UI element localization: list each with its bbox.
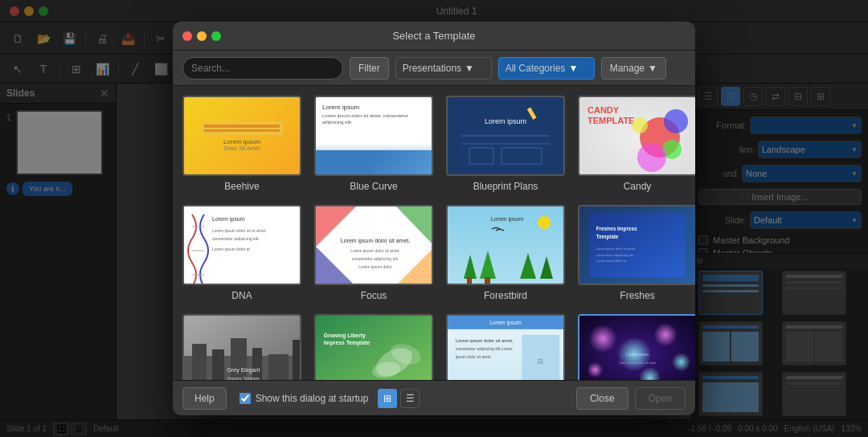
template-inspiration-thumb: Lorem ipsum Lorem ipsum dolor sit amet, … xyxy=(446,314,565,380)
show-startup-checkbox[interactable] xyxy=(240,393,251,404)
template-row-2: Lorem ipsum Lorem ipsum dolor sit er ame… xyxy=(182,205,686,301)
template-freshes-label: Freshes xyxy=(620,290,654,301)
svg-rect-53 xyxy=(268,354,289,380)
template-candy-label: Candy xyxy=(624,181,652,192)
svg-text:Lorem ipsum dolor: Lorem ipsum dolor xyxy=(358,264,392,269)
svg-text:Lorem ipsum: Lorem ipsum xyxy=(485,117,526,125)
svg-text:Growing Liberty: Growing Liberty xyxy=(324,333,366,339)
svg-text:Lorem ipsum dolor et: Lorem ipsum dolor et xyxy=(596,259,627,263)
template-lights[interactable]: Lorem ipsum Lorem ipsum dolor sit amet L… xyxy=(578,314,695,380)
view-mode-toggle: ⊞ ☰ xyxy=(378,389,420,408)
svg-rect-51 xyxy=(231,338,247,380)
svg-rect-50 xyxy=(212,349,224,380)
template-focus-label: Focus xyxy=(361,290,387,301)
svg-rect-39 xyxy=(485,277,490,285)
template-row-1: Lorem ipsum Dolor Sit Amet Beehive Lorem… xyxy=(182,96,686,192)
svg-text:consectetur adipiscing elit.: consectetur adipiscing elit. xyxy=(352,256,399,261)
template-beehive-thumb: Lorem ipsum Dolor Sit Amet xyxy=(182,96,301,176)
template-lights-thumb: Lorem ipsum Lorem ipsum dolor sit amet xyxy=(578,314,695,380)
svg-point-75 xyxy=(672,353,690,371)
template-bluecurve[interactable]: Lorem ipsum Lorem ipsum dolor sit amet, … xyxy=(314,96,433,192)
grid-view-icon: ⊞ xyxy=(383,393,391,404)
svg-text:Impress Template: Impress Template xyxy=(324,340,371,346)
categories-dropdown[interactable]: All Categories ▼ xyxy=(498,57,595,80)
growingliberty-svg: Growing Liberty Impress Template xyxy=(316,314,432,380)
open-button[interactable]: Open xyxy=(635,387,686,410)
template-dna-label: DNA xyxy=(231,290,252,301)
candy-svg: CANDY TEMPLATE xyxy=(579,97,695,176)
template-bluecurve-thumb: Lorem ipsum Lorem ipsum dolor sit amet, … xyxy=(314,96,433,176)
svg-point-74 xyxy=(653,323,677,346)
template-grid: Lorem ipsum Dolor Sit Amet Beehive Lorem… xyxy=(173,86,695,380)
svg-point-11 xyxy=(664,109,688,133)
focus-preview: Lorem ipsum dolor sit amet, Lorem ipsum … xyxy=(316,206,432,284)
svg-rect-49 xyxy=(192,344,207,380)
modal-minimize-button[interactable] xyxy=(197,31,207,41)
template-dna[interactable]: Lorem ipsum Lorem ipsum dolor sit er ame… xyxy=(182,205,301,301)
template-blueprint[interactable]: Lorem ipsum Blueprint Plans xyxy=(446,96,565,192)
svg-point-40 xyxy=(538,216,551,229)
template-focus[interactable]: Lorem ipsum dolor sit amet, Lorem ipsum … xyxy=(314,205,433,301)
inspiration-svg: Lorem ipsum Lorem ipsum dolor sit amet, … xyxy=(448,314,563,380)
filter-button[interactable]: Filter xyxy=(350,57,389,80)
template-growingliberty[interactable]: Growing Liberty Impress Template Growing… xyxy=(314,314,433,380)
presentations-dropdown[interactable]: Presentations ▼ xyxy=(395,57,492,80)
template-freshes[interactable]: Freshes Impress Template Lorem ipsum dol… xyxy=(578,205,695,301)
svg-rect-41 xyxy=(590,213,685,277)
lights-preview: Lorem ipsum Lorem ipsum dolor sit amet xyxy=(579,316,695,380)
modal-footer: Help Show this dialog at startup ⊞ ☰ Clo… xyxy=(173,380,695,415)
forestbird-svg: Lorem ipsum xyxy=(448,206,565,285)
search-input[interactable] xyxy=(182,57,343,80)
svg-point-13 xyxy=(637,143,666,172)
template-candy[interactable]: CANDY TEMPLATE Candy xyxy=(578,96,695,192)
template-greyelegant[interactable]: Grey Elegant Impress Template Grey Elega… xyxy=(182,314,301,380)
modal-maximize-button[interactable] xyxy=(211,31,221,41)
svg-text:ipsum dolor sit amet: ipsum dolor sit amet xyxy=(456,355,491,359)
grid-view-button[interactable]: ⊞ xyxy=(378,389,397,408)
svg-rect-54 xyxy=(293,340,301,380)
template-dialog: Select a Template Filter Presentations ▼… xyxy=(173,22,695,415)
svg-rect-38 xyxy=(467,277,472,285)
dna-svg: Lorem ipsum Lorem ipsum dolor sit er ame… xyxy=(184,206,301,285)
svg-point-76 xyxy=(588,362,603,378)
bluecurve-preview: Lorem ipsum Lorem ipsum dolor sit amet, … xyxy=(316,97,432,174)
forestbird-preview: Lorem ipsum xyxy=(448,206,563,284)
svg-text:Lorem ipsum: Lorem ipsum xyxy=(212,216,245,223)
svg-text:Freshes Impress: Freshes Impress xyxy=(596,226,637,232)
modal-toolbar: Filter Presentations ▼ All Categories ▼ … xyxy=(173,51,695,86)
svg-text:Lorem ipsum: Lorem ipsum xyxy=(626,353,649,357)
template-growingliberty-thumb: Growing Liberty Impress Template xyxy=(314,314,433,380)
list-view-button[interactable]: ☰ xyxy=(400,389,420,408)
svg-text:Template: Template xyxy=(596,234,619,240)
focus-svg: Lorem ipsum dolor sit amet, Lorem ipsum … xyxy=(316,206,433,285)
show-startup-label: Show this dialog at startup xyxy=(256,393,369,404)
close-button[interactable]: Close xyxy=(576,387,628,410)
svg-point-72 xyxy=(589,325,617,353)
svg-text:Lorem ipsum: Lorem ipsum xyxy=(491,216,524,223)
list-view-icon: ☰ xyxy=(406,393,415,404)
modal-overlay: Select a Template Filter Presentations ▼… xyxy=(0,0,868,437)
svg-text:Lorem ipsum dolor sit amet,: Lorem ipsum dolor sit amet, xyxy=(596,247,636,251)
modal-title: Select a Template xyxy=(392,30,475,42)
template-beehive-label: Beehive xyxy=(224,181,259,192)
svg-text:Grey Elegant: Grey Elegant xyxy=(227,367,260,374)
svg-rect-52 xyxy=(252,348,262,380)
blueprint-svg: Lorem ipsum xyxy=(453,100,558,172)
greyelegant-preview: Grey Elegant Impress Template xyxy=(184,316,300,380)
template-beehive[interactable]: Lorem ipsum Dolor Sit Amet Beehive xyxy=(182,96,301,192)
lights-svg: Lorem ipsum Lorem ipsum dolor sit amet xyxy=(579,314,695,380)
template-forestbird[interactable]: Lorem ipsum xyxy=(446,205,565,301)
inspiration-preview: Lorem ipsum Lorem ipsum dolor sit amet, … xyxy=(448,316,563,380)
svg-text:TEMPLATE: TEMPLATE xyxy=(588,116,634,125)
svg-text:Lorem ipsum dolor sit amet,: Lorem ipsum dolor sit amet, xyxy=(456,338,514,343)
template-inspiration[interactable]: Lorem ipsum Lorem ipsum dolor sit amet, … xyxy=(446,314,565,380)
template-blueprint-label: Blueprint Plans xyxy=(473,181,538,192)
svg-text:consectetur adipiscing elit Lo: consectetur adipiscing elit Lorem xyxy=(456,347,513,351)
greyelegant-svg: Grey Elegant Impress Template xyxy=(184,316,301,380)
blueprint-preview: Lorem ipsum xyxy=(448,97,563,174)
manage-button[interactable]: Manage ▼ xyxy=(601,57,666,80)
modal-traffic-lights xyxy=(182,31,221,41)
help-button[interactable]: Help xyxy=(182,387,227,410)
svg-text:Lorem ipsum dolor sit amet,: Lorem ipsum dolor sit amet, xyxy=(350,248,400,253)
modal-close-button[interactable] xyxy=(182,31,192,41)
